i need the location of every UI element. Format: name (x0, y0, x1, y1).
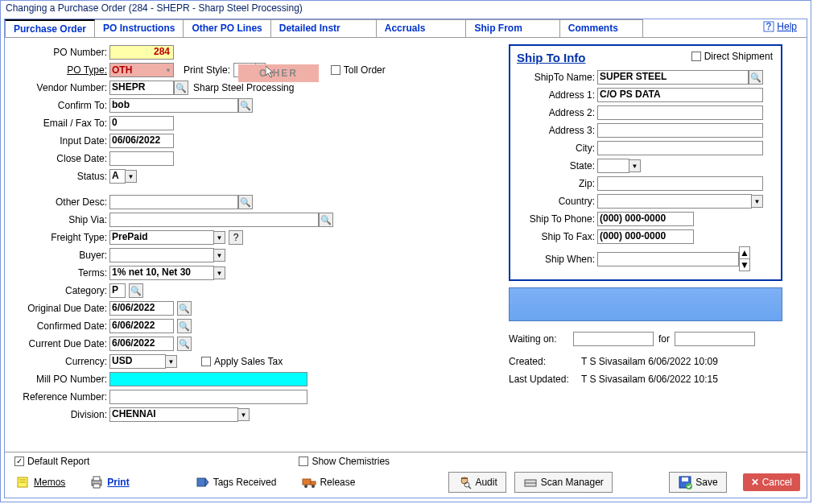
currency-label: Currency: (13, 356, 109, 367)
mill-po-label: Mill PO Number: (13, 374, 109, 385)
vendor-number-label: Vendor Number: (13, 82, 109, 93)
category-lookup-button[interactable]: 🔍 (129, 283, 143, 298)
original-due-field[interactable]: 6/06/2022 (109, 301, 174, 316)
memos-button[interactable]: Memos (11, 473, 70, 491)
spin-down-icon[interactable]: ▼ (739, 259, 750, 271)
checkbox-icon (299, 456, 308, 466)
search-icon: 🔍 (175, 83, 187, 93)
checkbox-icon (691, 52, 701, 61)
original-due-label: Original Due Date: (13, 303, 109, 314)
toll-order-checkbox[interactable]: Toll Order (331, 64, 386, 76)
addr3-label: Address 3: (517, 125, 597, 136)
reference-number-label: Reference Number: (13, 391, 109, 403)
ship-to-panel: Direct Shipment Ship To Info ShipTo Name… (509, 44, 782, 281)
status-field[interactable]: A▼ (109, 169, 137, 184)
waiting-for-field[interactable] (675, 332, 755, 346)
tab-purchase-order[interactable]: Purchase Order (5, 19, 95, 37)
tab-accruals[interactable]: Accruals (376, 19, 467, 37)
tab-other-po-lines[interactable]: Other PO Lines (183, 19, 270, 37)
ship-when-field[interactable] (597, 252, 739, 266)
direct-shipment-checkbox[interactable]: Direct Shipment (691, 51, 773, 62)
po-type-field[interactable]: OTH▼ (109, 63, 174, 77)
vendor-lookup-button[interactable]: 🔍 (174, 81, 188, 95)
other-desc-lookup-button[interactable]: 🔍 (238, 195, 253, 209)
svg-rect-16 (461, 477, 468, 479)
division-field[interactable]: CHENNAI▼ (109, 407, 250, 422)
tab-comments[interactable]: Comments (559, 19, 643, 37)
addr2-field[interactable] (597, 105, 763, 120)
ship-via-lookup-button[interactable]: 🔍 (319, 213, 333, 227)
mill-po-field[interactable] (109, 372, 307, 386)
search-icon: 🔍 (179, 304, 190, 314)
terms-label: Terms: (13, 267, 109, 279)
addr3-field[interactable] (597, 123, 763, 138)
city-label: City: (517, 143, 597, 154)
shipto-name-lookup-button[interactable]: 🔍 (749, 70, 763, 85)
apply-tax-checkbox[interactable]: Apply Sales Tax (201, 356, 283, 367)
city-field[interactable] (597, 141, 763, 155)
audit-button[interactable]: Audit (448, 472, 506, 493)
zip-field[interactable] (597, 176, 763, 191)
terms-field[interactable]: 1% net 10, Net 30▼ (109, 266, 225, 280)
release-button[interactable]: Release (297, 473, 360, 491)
confirm-to-field[interactable]: bob (109, 98, 238, 113)
tags-received-button[interactable]: Tags Received (191, 473, 282, 491)
svg-point-13 (304, 485, 307, 488)
ship-via-field[interactable] (109, 213, 319, 227)
email-fax-field[interactable]: 0 (109, 116, 174, 130)
addr1-field[interactable]: C/O PS DATA (597, 88, 763, 102)
original-due-lookup-button[interactable]: 🔍 (177, 301, 192, 316)
confirmed-date-lookup-button[interactable]: 🔍 (177, 319, 192, 333)
addr1-label: Address 1: (517, 89, 597, 101)
print-button[interactable]: Print (85, 473, 134, 491)
shipto-fax-field[interactable]: (000) 000-0000 (597, 229, 694, 244)
currency-field[interactable]: USD▼ (109, 354, 177, 369)
current-due-field[interactable]: 6/06/2022 (109, 337, 174, 351)
addr2-label: Address 2: (517, 107, 597, 118)
show-chemistries-checkbox[interactable]: Show Chemistries (299, 456, 390, 467)
freight-type-field[interactable]: PrePaid▼ (109, 230, 225, 245)
memo-icon (16, 475, 31, 490)
country-label: Country: (517, 196, 597, 207)
shipto-name-label: ShipTo Name: (517, 72, 597, 83)
tab-detailed-instr[interactable]: Detailed Instr (270, 19, 377, 37)
help-link[interactable]: ? Help (763, 21, 797, 32)
svg-rect-7 (93, 477, 100, 481)
reference-number-field[interactable] (109, 390, 307, 404)
vendor-number-field[interactable]: SHEPR (109, 81, 174, 95)
svg-rect-12 (311, 481, 316, 485)
category-field[interactable]: P (109, 283, 126, 298)
updated-label: Last Updated: (509, 374, 581, 385)
category-label: Category: (13, 285, 109, 296)
save-button[interactable]: Save (669, 472, 726, 493)
tab-po-instructions[interactable]: PO Instructions (94, 19, 184, 37)
tab-ship-from[interactable]: Ship From (465, 19, 559, 37)
state-field[interactable]: ▼ (597, 159, 641, 173)
close-date-field[interactable] (109, 151, 174, 166)
buyer-field[interactable]: ▼ (109, 248, 225, 262)
country-field[interactable]: ▼ (597, 194, 763, 209)
input-date-field[interactable]: 06/06/2022 (109, 134, 174, 148)
cancel-button[interactable]: ✕ Cancel (743, 473, 800, 491)
confirmed-date-field[interactable]: 6/06/2022 (109, 319, 174, 333)
updated-value: T S Sivasailam 6/06/2022 10:15 (581, 374, 718, 385)
current-due-lookup-button[interactable]: 🔍 (177, 337, 192, 351)
scan-manager-button[interactable]: Scan Manager (514, 472, 613, 493)
state-label: State: (517, 160, 597, 171)
freight-help-button[interactable]: ? (229, 230, 243, 245)
waiting-on-field[interactable] (573, 332, 654, 346)
po-number-field[interactable]: 284 (109, 45, 174, 60)
current-due-label: Current Due Date: (13, 338, 109, 349)
spin-up-icon[interactable]: ▲ (739, 246, 750, 259)
other-desc-field[interactable] (109, 195, 238, 209)
division-label: Division: (13, 409, 109, 420)
shipto-phone-field[interactable]: (000) 000-0000 (597, 212, 694, 226)
waiting-for-label: for (658, 333, 670, 345)
svg-point-14 (312, 485, 315, 488)
default-report-checkbox[interactable]: ✓ Default Report (14, 456, 89, 467)
chevron-down-icon: ▼ (238, 408, 250, 421)
shipto-name-field[interactable]: SUPER STEEL (597, 70, 749, 85)
tab-strip: Purchase Order PO Instructions Other PO … (5, 19, 807, 38)
other-desc-label: Other Desc: (13, 196, 109, 208)
confirm-to-lookup-button[interactable]: 🔍 (238, 98, 253, 113)
